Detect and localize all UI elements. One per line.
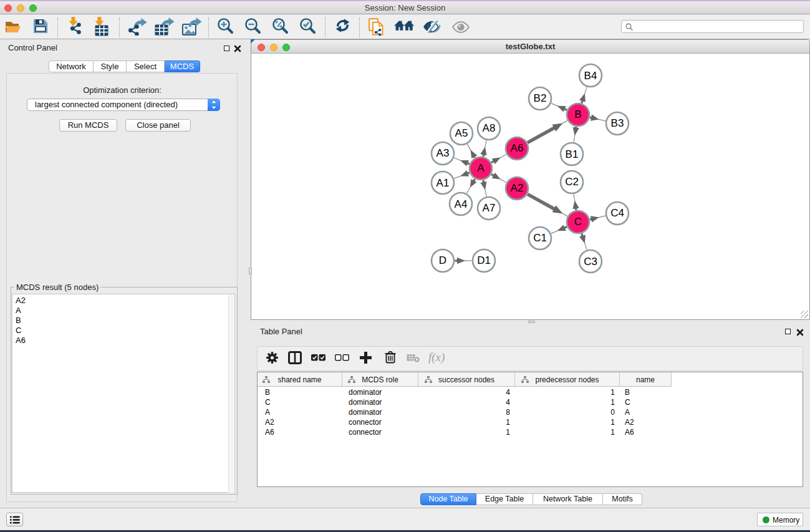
svg-text:C2: C2 [565,176,579,188]
svg-text:B1: B1 [566,148,579,160]
svg-text:C: C [574,216,582,228]
svg-text:C4: C4 [610,207,624,219]
svg-text:A3: A3 [436,147,450,159]
svg-text:A6: A6 [511,142,524,154]
svg-text:C3: C3 [584,256,597,268]
svg-text:A7: A7 [483,202,496,214]
svg-text:B: B [574,109,581,120]
svg-text:A: A [477,162,485,174]
svg-text:A2: A2 [511,182,524,194]
svg-text:D: D [439,254,446,266]
svg-text:A1: A1 [436,177,450,189]
svg-text:A8: A8 [483,122,496,134]
svg-text:D1: D1 [477,254,491,266]
svg-text:B4: B4 [584,70,597,82]
svg-text:C1: C1 [533,232,547,244]
svg-text:B3: B3 [611,117,624,129]
svg-text:A4: A4 [455,198,468,210]
svg-text:A5: A5 [455,127,468,139]
svg-text:B2: B2 [534,92,547,104]
